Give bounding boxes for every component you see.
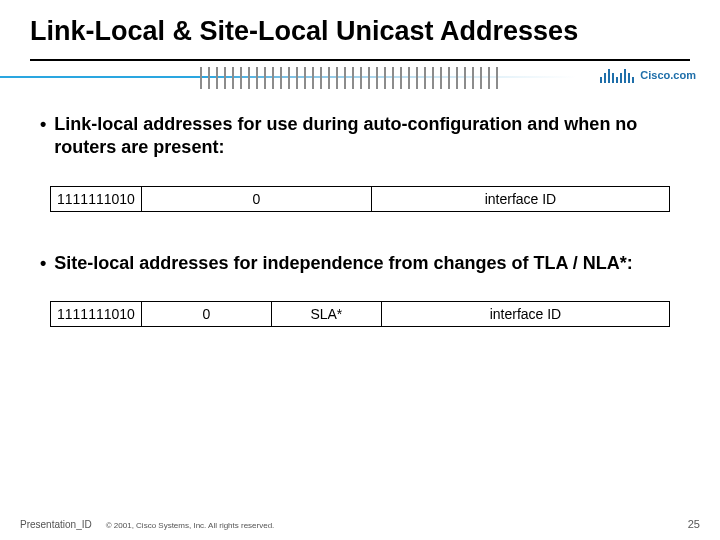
page-number: 25 (688, 518, 700, 530)
slide-footer: Presentation_ID © 2001, Cisco Systems, I… (0, 518, 720, 530)
slide-content: • Link-local addresses for use during au… (0, 91, 720, 327)
link-local-table: 1111111010 0 interface ID (50, 186, 670, 212)
bullet-marker-icon: • (40, 252, 46, 275)
site-local-table: 1111111010 0 SLA* interface ID (50, 301, 670, 327)
bullet-item: • Link-local addresses for use during au… (40, 113, 680, 160)
prefix-cell: 1111111010 (51, 302, 142, 326)
logo-text: Cisco.com (640, 70, 696, 81)
bullet-item: • Site-local addresses for independence … (40, 252, 680, 275)
interface-id-cell: interface ID (372, 187, 669, 211)
cisco-bridge-icon (600, 67, 634, 83)
bullet-text: Site-local addresses for independence fr… (54, 252, 632, 275)
divider-tick-marks (200, 67, 570, 89)
slide-title-area: Link-Local & Site-Local Unicast Addresse… (0, 0, 720, 57)
cisco-logo: Cisco.com (592, 67, 696, 83)
presentation-id: Presentation_ID (20, 519, 92, 530)
zero-cell: 0 (142, 187, 372, 211)
interface-id-cell: interface ID (382, 302, 669, 326)
bullet-text: Link-local addresses for use during auto… (54, 113, 680, 160)
sla-cell: SLA* (272, 302, 382, 326)
bullet-marker-icon: • (40, 113, 46, 136)
zero-cell: 0 (142, 302, 272, 326)
slide-title: Link-Local & Site-Local Unicast Addresse… (30, 16, 690, 47)
prefix-cell: 1111111010 (51, 187, 142, 211)
title-underline (30, 59, 690, 61)
header-divider: Cisco.com (0, 65, 720, 91)
copyright-text: © 2001, Cisco Systems, Inc. All rights r… (106, 521, 275, 530)
